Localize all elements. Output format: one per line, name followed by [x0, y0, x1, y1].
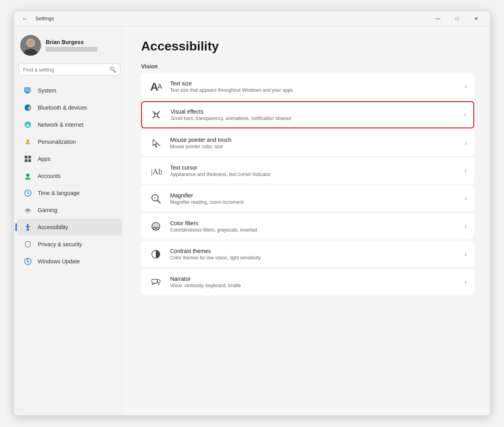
setting-magnifier[interactable]: + Magnifier Magnifier reading, zoom incr…	[141, 185, 474, 212]
settings-list: A A Text size Text size that appears thr…	[141, 73, 474, 295]
maximize-button[interactable]: □	[448, 12, 466, 25]
setting-text-size[interactable]: A A Text size Text size that appears thr…	[141, 73, 474, 100]
text-size-icon: A A	[149, 79, 163, 94]
contrast-themes-name: Contrast themes	[170, 248, 457, 254]
magnifier-desc: Magnifier reading, zoom increment	[170, 199, 457, 205]
window-title: Settings	[35, 15, 54, 21]
narrator-desc: Voice, verbosity, keyboard, braille	[170, 283, 457, 288]
back-button[interactable]: ←	[19, 14, 31, 24]
sidebar-item-system[interactable]: System	[17, 82, 122, 99]
svg-point-27	[27, 224, 29, 226]
setting-contrast-themes[interactable]: Contrast themes Color themes for low vis…	[141, 241, 474, 267]
personalization-icon	[23, 137, 32, 146]
setting-visual-effects-text: Visual effects Scroll bars, transparency…	[171, 108, 457, 121]
sidebar-item-label-bluetooth: Bluetooth & devices	[38, 104, 87, 111]
sidebar-item-label-personalization: Personalization	[38, 139, 76, 145]
titlebar: ← Settings — □ ✕	[14, 11, 490, 26]
visual-effects-name: Visual effects	[171, 108, 457, 115]
visual-effects-icon	[149, 108, 163, 122]
sidebar-item-bluetooth[interactable]: ⚡ Bluetooth & devices	[17, 99, 122, 116]
svg-rect-16	[25, 159, 27, 162]
settings-window: ← Settings — □ ✕	[14, 11, 490, 416]
user-profile: Brian Burgess	[14, 31, 125, 64]
page-title: Accessibility	[141, 39, 474, 54]
sidebar-item-label-gaming: Gaming	[38, 207, 57, 213]
bluetooth-icon: ⚡	[23, 103, 32, 112]
window-controls: — □ ✕	[429, 12, 485, 25]
sidebar-item-accounts[interactable]: Accounts	[17, 168, 122, 184]
color-filters-name: Color filters	[170, 220, 457, 226]
text-cursor-name: Text cursor	[170, 164, 457, 171]
sidebar-nav: System ⚡ Bluetooth & devices	[14, 82, 125, 270]
search-box[interactable]: 🔍	[19, 64, 120, 75]
mouse-pointer-desc: Mouse pointer color, size	[170, 144, 457, 149]
gaming-icon	[23, 206, 32, 214]
svg-rect-44	[152, 279, 157, 283]
setting-contrast-themes-text: Contrast themes Color themes for low vis…	[170, 248, 457, 261]
color-filters-chevron: ›	[465, 223, 467, 230]
contrast-themes-chevron: ›	[465, 251, 467, 258]
setting-visual-effects[interactable]: Visual effects Scroll bars, transparency…	[141, 101, 474, 128]
sidebar-item-label-update: Windows Update	[38, 258, 80, 265]
text-size-desc: Text size that appears throughout Window…	[170, 87, 457, 93]
narrator-chevron: ›	[465, 278, 467, 286]
main-content: Brian Burgess 🔍	[14, 26, 490, 415]
svg-point-12	[27, 127, 28, 128]
sidebar-item-accessibility[interactable]: Accessibility	[17, 219, 122, 236]
text-size-chevron: ›	[465, 83, 467, 90]
svg-text:|Ab: |Ab	[151, 167, 162, 176]
sidebar: Brian Burgess 🔍	[14, 26, 125, 415]
search-input[interactable]	[23, 67, 106, 73]
user-info: Brian Burgess	[46, 39, 97, 52]
svg-rect-14	[25, 156, 27, 158]
time-icon	[23, 189, 32, 197]
mouse-pointer-chevron: ›	[465, 139, 467, 147]
minimize-button[interactable]: —	[429, 12, 447, 25]
privacy-icon	[23, 240, 32, 249]
magnifier-icon: +	[149, 191, 163, 206]
accounts-icon	[23, 172, 32, 180]
svg-point-13	[27, 139, 29, 142]
magnifier-chevron: ›	[465, 195, 467, 202]
svg-line-31	[28, 229, 29, 231]
sidebar-item-label-network: Network & internet	[38, 122, 83, 128]
setting-text-cursor[interactable]: |Ab Text cursor Appearance and thickness…	[141, 158, 474, 184]
color-filters-icon	[149, 219, 163, 234]
sidebar-item-time[interactable]: Time & language	[17, 185, 122, 201]
sidebar-item-windows-update[interactable]: Windows Update	[17, 253, 122, 270]
apps-icon	[23, 155, 32, 163]
mouse-pointer-name: Mouse pointer and touch	[170, 137, 457, 143]
svg-text:+: +	[153, 195, 156, 200]
setting-narrator[interactable]: Narrator Voice, verbosity, keyboard, bra…	[141, 269, 474, 295]
avatar	[20, 35, 41, 56]
svg-line-22	[28, 193, 29, 194]
setting-text-size-text: Text size Text size that appears through…	[170, 80, 457, 93]
sidebar-item-privacy[interactable]: Privacy & security	[17, 236, 122, 253]
sidebar-item-label-time: Time & language	[38, 190, 79, 196]
setting-mouse-pointer[interactable]: Mouse pointer and touch Mouse pointer co…	[141, 130, 474, 156]
update-icon	[23, 257, 32, 266]
contrast-themes-desc: Color themes for low vision, light sensi…	[170, 255, 457, 261]
setting-magnifier-text: Magnifier Magnifier reading, zoom increm…	[170, 192, 457, 205]
visual-effects-chevron: ›	[464, 111, 466, 118]
network-icon	[23, 120, 32, 129]
close-button[interactable]: ✕	[467, 12, 485, 25]
svg-text:A: A	[157, 83, 162, 91]
sidebar-item-label-privacy: Privacy & security	[38, 241, 82, 247]
sidebar-item-network[interactable]: Network & internet	[17, 116, 122, 133]
text-cursor-chevron: ›	[465, 167, 467, 174]
setting-color-filters[interactable]: Color filters Colorblindness filters, gr…	[141, 213, 474, 240]
narrator-name: Narrator	[170, 276, 457, 282]
sidebar-item-gaming[interactable]: Gaming	[17, 202, 122, 218]
search-icon: 🔍	[109, 66, 116, 73]
setting-text-cursor-text: Text cursor Appearance and thickness, te…	[170, 164, 457, 177]
titlebar-left: ← Settings	[19, 14, 54, 24]
sidebar-item-personalization[interactable]: Personalization	[17, 133, 122, 150]
svg-point-3	[27, 39, 34, 46]
sidebar-item-label-apps: Apps	[38, 156, 50, 162]
sidebar-item-apps[interactable]: Apps	[17, 151, 122, 167]
text-size-name: Text size	[170, 80, 457, 87]
sidebar-item-label-accessibility: Accessibility	[38, 224, 68, 230]
text-cursor-desc: Appearance and thickness, text cursor in…	[170, 172, 457, 177]
setting-color-filters-text: Color filters Colorblindness filters, gr…	[170, 220, 457, 233]
